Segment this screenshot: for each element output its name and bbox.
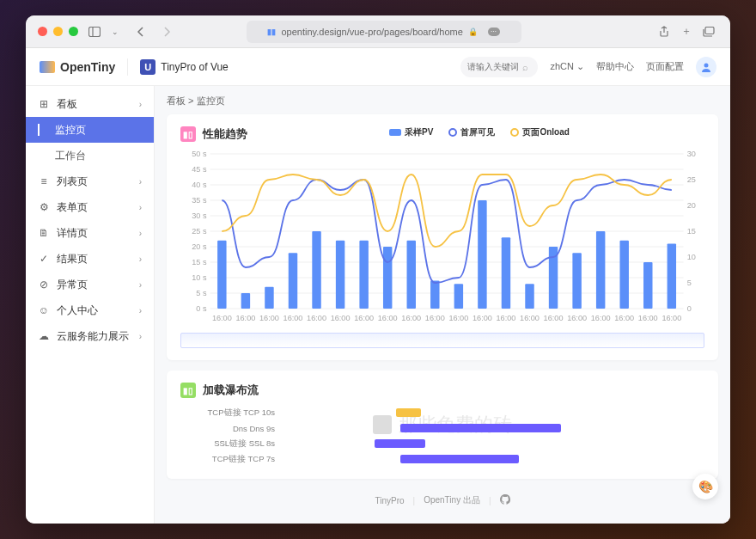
waterfall-label: Dns Dns 9s: [180, 424, 275, 433]
svg-rect-62: [430, 281, 439, 309]
svg-text:35 s: 35 s: [192, 196, 207, 205]
svg-text:16:00: 16:00: [378, 314, 398, 322]
new-tab-icon[interactable]: ＋: [677, 22, 696, 41]
sidebar-item-异常页[interactable]: ⊘异常页›: [26, 272, 154, 297]
svg-text:16:00: 16:00: [567, 314, 587, 322]
minimize-dot[interactable]: [53, 27, 63, 36]
close-dot[interactable]: [38, 27, 47, 36]
titlebar: ⌄ ▮▮ opentiny.design/vue-pro/pages/board…: [26, 15, 730, 48]
svg-rect-64: [478, 200, 486, 309]
waterfall-row: Dns Dns 9s: [180, 420, 704, 436]
divider: [127, 58, 128, 76]
svg-rect-0: [89, 27, 101, 36]
svg-rect-54: [241, 293, 250, 309]
chevron-down-icon[interactable]: ⌄: [106, 22, 125, 41]
tabs-icon[interactable]: [699, 22, 718, 41]
svg-text:16:00: 16:00: [401, 314, 421, 322]
sidebar-item-工作台[interactable]: 工作台: [26, 143, 154, 168]
waterfall-row: SSL链接 SSL 8s: [180, 436, 704, 451]
svg-text:16:00: 16:00: [497, 314, 516, 322]
legend-item[interactable]: 采样PV: [389, 126, 433, 138]
svg-rect-63: [454, 284, 463, 309]
help-link[interactable]: 帮助中心: [596, 60, 634, 73]
svg-text:16:00: 16:00: [614, 314, 634, 322]
breadcrumb: 看板 > 监控页: [167, 95, 718, 107]
search-input[interactable]: [467, 62, 519, 71]
svg-text:20 s: 20 s: [192, 242, 207, 251]
chevron-right-icon: ›: [139, 177, 142, 187]
sidebar-item-云服务能力展示[interactable]: ☁云服务能力展示›: [26, 323, 154, 349]
waterfall-row: TCP链接 TCP 10s: [180, 405, 704, 420]
legend-item[interactable]: 首屏可见: [448, 126, 495, 138]
sidebar-item-表单页[interactable]: ⚙表单页›: [26, 194, 154, 220]
footer-text: OpenTiny 出品: [424, 494, 480, 506]
header-search[interactable]: ⌕: [460, 57, 538, 77]
sidebar: ⊞看板›监控页工作台≡列表页›⚙表单页›🗎详情页›✓结果页›⊘异常页›☺个人中心…: [26, 86, 155, 524]
sidebar-toggle-icon[interactable]: [85, 22, 104, 41]
url-bar[interactable]: ▮▮ opentiny.design/vue-pro/pages/board/h…: [247, 21, 521, 43]
svg-text:30 s: 30 s: [192, 211, 207, 220]
chart-brush[interactable]: [180, 333, 704, 348]
browser-window: ⌄ ▮▮ opentiny.design/vue-pro/pages/board…: [26, 15, 730, 524]
waterfall-label: SSL链接 SSL 8s: [180, 438, 275, 450]
svg-rect-71: [643, 262, 652, 309]
nav-icon: ≡: [38, 175, 50, 187]
app-header: OpenTiny U TinyPro of Vue ⌕ zhCN ⌄ 帮助中心 …: [26, 48, 730, 86]
svg-rect-65: [502, 237, 510, 309]
svg-text:15: 15: [687, 227, 696, 236]
url-badge: ⋯: [488, 28, 500, 36]
brand-logo[interactable]: OpenTiny: [40, 60, 115, 74]
footer-link-a[interactable]: TinyPro: [375, 496, 404, 505]
traffic-lights: [38, 27, 78, 36]
lock-icon: 🔒: [468, 28, 478, 36]
svg-rect-60: [383, 247, 392, 309]
svg-text:16:00: 16:00: [354, 314, 374, 322]
page-config-link[interactable]: 页面配置: [646, 60, 684, 73]
svg-text:5 s: 5 s: [196, 289, 207, 297]
sidebar-item-个人中心[interactable]: ☺个人中心›: [26, 297, 154, 323]
svg-text:16:00: 16:00: [235, 314, 255, 322]
svg-text:20: 20: [687, 201, 696, 210]
chart-legend: 采样PV首屏可见页面Onload: [254, 126, 704, 138]
zoom-dot[interactable]: [69, 27, 78, 36]
sidebar-item-结果页[interactable]: ✓结果页›: [26, 246, 154, 272]
sidebar-item-看板[interactable]: ⊞看板›: [26, 91, 154, 117]
share-icon[interactable]: [655, 22, 674, 41]
svg-rect-61: [407, 241, 416, 309]
svg-text:40 s: 40 s: [192, 181, 207, 189]
svg-text:16:00: 16:00: [662, 314, 681, 322]
locale-switch[interactable]: zhCN ⌄: [550, 61, 584, 72]
forward-icon[interactable]: [157, 22, 176, 41]
svg-text:10 s: 10 s: [192, 273, 207, 282]
svg-rect-72: [668, 243, 676, 309]
sidebar-item-列表页[interactable]: ≡列表页›: [26, 168, 154, 194]
theme-float-button[interactable]: 🎨: [692, 474, 718, 499]
waterfall-track: [282, 454, 704, 464]
nav-label: 看板: [57, 97, 77, 112]
sidebar-item-监控页[interactable]: 监控页: [26, 117, 154, 143]
waterfall-track: [282, 407, 704, 418]
avatar[interactable]: [696, 57, 716, 77]
chevron-right-icon: ›: [139, 280, 142, 290]
waterfall-bar: [375, 439, 425, 448]
product-logo[interactable]: U TinyPro of Vue: [140, 59, 228, 75]
svg-text:45 s: 45 s: [192, 165, 207, 174]
back-icon[interactable]: [131, 22, 150, 41]
sidebar-item-详情页[interactable]: 🗎详情页›: [26, 220, 154, 246]
nav-icon: ☺: [38, 304, 50, 316]
nav-label: 列表页: [57, 175, 88, 189]
svg-rect-59: [359, 241, 368, 309]
waterfall-title: 加载瀑布流: [203, 383, 259, 398]
legend-item[interactable]: 页面Onload: [510, 126, 569, 138]
nav-label: 结果页: [57, 252, 88, 266]
github-icon[interactable]: [500, 494, 510, 506]
svg-text:25 s: 25 s: [192, 227, 207, 236]
nav-icon: 🗎: [38, 227, 50, 239]
search-icon[interactable]: ⌕: [522, 62, 528, 72]
svg-rect-58: [336, 241, 344, 309]
waterfall-label: TCP链接 TCP 7s: [180, 454, 275, 465]
svg-text:16:00: 16:00: [307, 314, 326, 322]
svg-text:16:00: 16:00: [425, 314, 445, 322]
svg-text:30: 30: [687, 150, 696, 158]
waterfall-bar: [400, 424, 561, 432]
